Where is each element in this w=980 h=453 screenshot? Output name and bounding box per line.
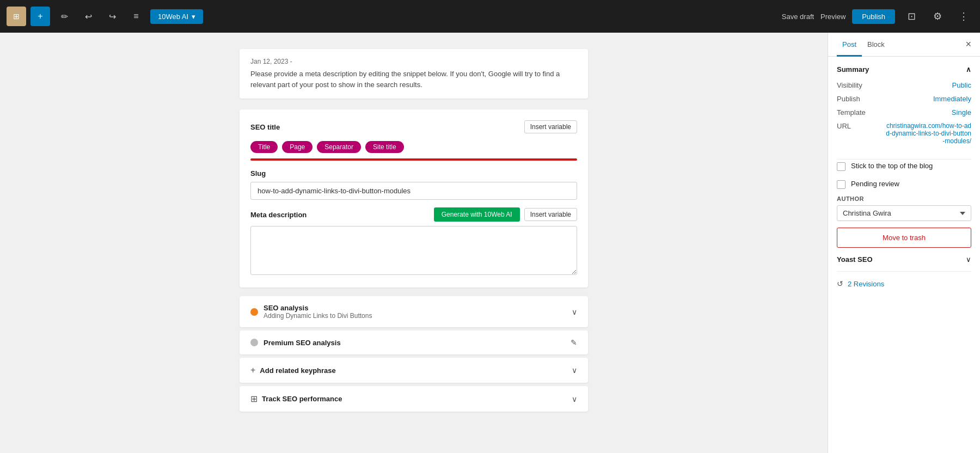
author-select[interactable]: Christina Gwira xyxy=(837,205,971,221)
sidebar-close-button[interactable]: × xyxy=(965,33,971,56)
chevron-down-icon: ▾ xyxy=(192,13,195,21)
tag-pill-site-title[interactable]: Site title xyxy=(365,141,404,153)
publish-row: Publish Immediately xyxy=(837,95,971,103)
summary-section: Summary ∧ Visibility Public Publish Imme… xyxy=(837,57,971,160)
premium-seo-left: Premium SEO analysis xyxy=(250,339,341,347)
ai-button[interactable]: 10Web AI ▾ xyxy=(150,9,203,24)
edit-tool-button[interactable]: ✏ xyxy=(54,7,74,26)
pending-review-checkbox[interactable] xyxy=(837,180,846,189)
pending-review-label: Pending review xyxy=(851,180,899,188)
yoast-chevron: ∨ xyxy=(966,255,971,264)
visibility-row: Visibility Public xyxy=(837,81,971,89)
track-seo-left: ⊞ Track SEO performance xyxy=(250,394,342,404)
summary-title[interactable]: Summary ∧ xyxy=(837,65,971,74)
preview-button[interactable]: Preview xyxy=(820,13,846,21)
settings-button[interactable]: ⚙ xyxy=(928,7,947,26)
undo-icon: ↩ xyxy=(85,11,92,22)
layout-icon: ⊡ xyxy=(908,10,916,22)
meta-description-textarea[interactable] xyxy=(250,226,577,275)
seo-analysis-dot xyxy=(250,308,258,316)
yoast-seo-title: Yoast SEO xyxy=(837,255,873,264)
sidebar-content: Summary ∧ Visibility Public Publish Imme… xyxy=(828,57,980,304)
track-seo-section: ⊞ Track SEO performance ∨ xyxy=(240,386,588,412)
redo-icon: ↪ xyxy=(109,11,116,22)
publish-label: Publish xyxy=(837,95,860,103)
track-seo-icon: ⊞ xyxy=(250,394,258,404)
move-to-trash-button[interactable]: Move to trash xyxy=(837,228,971,248)
meta-actions: Generate with 10Web AI Insert variable xyxy=(434,207,577,222)
tag-pills: Title Page Separator Site title xyxy=(250,141,577,153)
add-keyphrase-header[interactable]: + Add related keyphrase ∨ xyxy=(240,358,588,383)
add-block-button[interactable]: + xyxy=(30,7,50,26)
template-label: Template xyxy=(837,108,866,117)
redo-button[interactable]: ↪ xyxy=(102,7,122,26)
slug-input[interactable] xyxy=(250,182,577,200)
seo-analysis-left: SEO analysis Adding Dynamic Links to Div… xyxy=(250,304,372,320)
sidebar-tabs: Post Block × xyxy=(828,33,980,57)
url-row: URL christinagwira.com/how-to-add-dynami… xyxy=(837,122,971,145)
template-value[interactable]: Single xyxy=(952,108,971,117)
ai-label: 10Web AI xyxy=(158,13,188,21)
seo-title-header: SEO title Insert variable xyxy=(250,120,577,133)
seo-analysis-text: SEO analysis Adding Dynamic Links to Div… xyxy=(264,304,372,320)
publish-value[interactable]: Immediately xyxy=(933,95,971,103)
info-text: Please provide a meta description by edi… xyxy=(250,69,577,90)
info-card: Jan 12, 2023 - Please provide a meta des… xyxy=(240,49,588,99)
seo-section: SEO title Insert variable Title Page Sep… xyxy=(240,109,588,287)
list-view-button[interactable]: ≡ xyxy=(126,7,146,26)
yoast-seo-header[interactable]: Yoast SEO ∨ xyxy=(837,255,971,264)
toolbar: ⊞ + ✏ ↩ ↪ ≡ 10Web AI ▾ Save draft Previe… xyxy=(0,0,980,33)
more-icon: ⋮ xyxy=(959,10,969,22)
premium-seo-section: Premium SEO analysis ✎ xyxy=(240,330,588,354)
tag-pill-title[interactable]: Title xyxy=(250,141,278,153)
content-area: Jan 12, 2023 - Please provide a meta des… xyxy=(0,33,828,453)
more-options-button[interactable]: ⋮ xyxy=(954,7,973,26)
plus-icon: + xyxy=(38,11,42,21)
insert-variable-button-meta[interactable]: Insert variable xyxy=(524,208,577,221)
info-date: Jan 12, 2023 - xyxy=(250,58,577,65)
pending-review-row: Pending review xyxy=(837,177,971,189)
premium-seo-dot xyxy=(250,339,258,346)
revisions-link[interactable]: 2 Revisions xyxy=(848,280,884,288)
stick-to-top-checkbox[interactable] xyxy=(837,162,846,171)
list-icon: ≡ xyxy=(133,11,138,21)
meta-description-header: Meta description Generate with 10Web AI … xyxy=(250,207,577,222)
add-keyphrase-left: + Add related keyphrase xyxy=(250,365,336,375)
summary-chevron: ∧ xyxy=(966,65,971,74)
premium-seo-header[interactable]: Premium SEO analysis ✎ xyxy=(240,330,588,354)
tag-pill-separator[interactable]: Separator xyxy=(317,141,361,153)
visibility-value[interactable]: Public xyxy=(952,81,971,89)
seo-analysis-header[interactable]: SEO analysis Adding Dynamic Links to Div… xyxy=(240,296,588,327)
revisions-icon: ↺ xyxy=(837,279,843,288)
tab-post[interactable]: Post xyxy=(837,33,862,57)
yoast-seo-section: Yoast SEO ∨ xyxy=(837,248,971,271)
undo-button[interactable]: ↩ xyxy=(78,7,98,26)
layout-toggle-button[interactable]: ⊡ xyxy=(902,7,921,26)
url-value[interactable]: christinagwira.com/how-to-add-dynamic-li… xyxy=(884,122,971,145)
tag-pill-page[interactable]: Page xyxy=(282,141,313,153)
right-sidebar: Post Block × Summary ∧ Visibility Public… xyxy=(828,33,980,453)
meta-description-label: Meta description xyxy=(250,211,307,219)
editor-wrap: Jan 12, 2023 - Please provide a meta des… xyxy=(229,33,599,431)
site-logo: ⊞ xyxy=(7,7,26,26)
seo-analysis-chevron: ∨ xyxy=(572,308,577,316)
toolbar-right: Save draft Preview Publish ⊡ ⚙ ⋮ xyxy=(782,7,973,26)
save-draft-button[interactable]: Save draft xyxy=(782,13,814,21)
stick-to-top-row: Stick to the top of the blog xyxy=(837,160,971,171)
add-keyphrase-chevron: ∨ xyxy=(572,366,577,375)
slug-label: Slug xyxy=(250,169,577,177)
track-seo-header[interactable]: ⊞ Track SEO performance ∨ xyxy=(240,386,588,412)
template-row: Template Single xyxy=(837,108,971,117)
settings-icon: ⚙ xyxy=(933,10,942,22)
insert-variable-button-title[interactable]: Insert variable xyxy=(524,120,577,133)
premium-seo-edit-icon[interactable]: ✎ xyxy=(571,338,577,347)
seo-progress-bar xyxy=(250,158,577,161)
summary-label: Summary xyxy=(837,65,869,74)
author-section: AUTHOR Christina Gwira xyxy=(837,195,971,221)
seo-analysis-title: SEO analysis xyxy=(264,304,372,312)
publish-button[interactable]: Publish xyxy=(852,9,895,24)
track-seo-title: Track SEO performance xyxy=(262,395,342,403)
generate-with-ai-button[interactable]: Generate with 10Web AI xyxy=(434,207,520,222)
add-keyphrase-title: Add related keyphrase xyxy=(260,366,335,375)
tab-block[interactable]: Block xyxy=(862,33,890,57)
